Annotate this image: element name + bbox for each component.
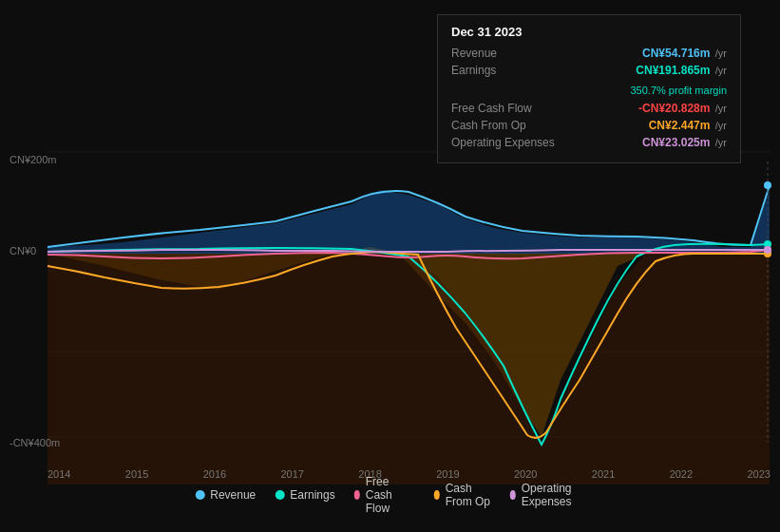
tooltip-unit-cashop: /yr [715, 120, 727, 131]
svg-point-10 [764, 246, 771, 254]
legend-label-fcf: Free Cash Flow [366, 475, 415, 515]
tooltip-row-earnings: Earnings CN¥191.865m /yr [451, 64, 727, 77]
tooltip-box: Dec 31 2023 Revenue CN¥54.716m /yr Earni… [437, 14, 741, 163]
tooltip-profit-margin: 350.7% profit margin [631, 85, 728, 96]
legend-label-earnings: Earnings [290, 488, 334, 502]
tooltip-row-opex: Operating Expenses CN¥23.025m /yr [451, 136, 727, 149]
legend-dot-revenue [195, 490, 204, 500]
svg-point-6 [764, 181, 771, 189]
legend-label-opex: Operating Expenses [522, 482, 585, 508]
tooltip-date: Dec 31 2023 [451, 25, 727, 39]
tooltip-value-cashop: CN¥2.447m [649, 119, 711, 132]
legend-dot-cashop [434, 490, 440, 500]
legend-dot-fcf [354, 490, 360, 500]
x-label-2015: 2015 [125, 468, 148, 480]
tooltip-unit-revenue: /yr [715, 48, 727, 59]
tooltip-value-opex: CN¥23.025m [642, 136, 710, 149]
y-label-200: CN¥200m [10, 154, 57, 165]
legend-label-revenue: Revenue [210, 488, 256, 502]
tooltip-unit-earnings: /yr [715, 65, 727, 76]
tooltip-value-earnings: CN¥191.865m [636, 64, 710, 77]
y-label-400: -CN¥400m [10, 437, 60, 448]
tooltip-unit-fcf: /yr [715, 103, 727, 114]
legend-earnings[interactable]: Earnings [275, 488, 334, 502]
legend-cashop[interactable]: Cash From Op [434, 482, 491, 508]
tooltip-row-cashop: Cash From Op CN¥2.447m /yr [451, 119, 727, 132]
legend-revenue[interactable]: Revenue [195, 488, 256, 502]
tooltip-label-opex: Operating Expenses [451, 136, 565, 149]
tooltip-label-cashop: Cash From Op [451, 119, 565, 132]
tooltip-unit-opex: /yr [715, 137, 727, 148]
y-label-0: CN¥0 [10, 245, 36, 256]
tooltip-value-revenue: CN¥54.716m [642, 47, 710, 60]
legend-opex[interactable]: Operating Expenses [510, 482, 585, 508]
tooltip-value-fcf: -CN¥20.828m [638, 102, 710, 115]
tooltip-row-fcf: Free Cash Flow -CN¥20.828m /yr [451, 102, 727, 115]
tooltip-label-fcf: Free Cash Flow [451, 102, 565, 115]
chart-legend: Revenue Earnings Free Cash Flow Cash Fro… [195, 475, 585, 515]
legend-fcf[interactable]: Free Cash Flow [354, 475, 415, 515]
tooltip-label-revenue: Revenue [451, 47, 565, 60]
legend-dot-earnings [275, 490, 284, 500]
legend-label-cashop: Cash From Op [446, 482, 491, 508]
x-label-2022: 2022 [670, 468, 693, 480]
x-label-2021: 2021 [592, 468, 615, 480]
chart-container: CN¥200m CN¥0 -CN¥400m 2014 2015 2016 201… [0, 0, 780, 532]
tooltip-label-earnings: Earnings [451, 64, 565, 77]
x-label-2023: 2023 [747, 468, 770, 480]
x-label-2014: 2014 [48, 468, 70, 480]
tooltip-row-revenue: Revenue CN¥54.716m /yr [451, 47, 727, 60]
legend-dot-opex [510, 490, 516, 500]
